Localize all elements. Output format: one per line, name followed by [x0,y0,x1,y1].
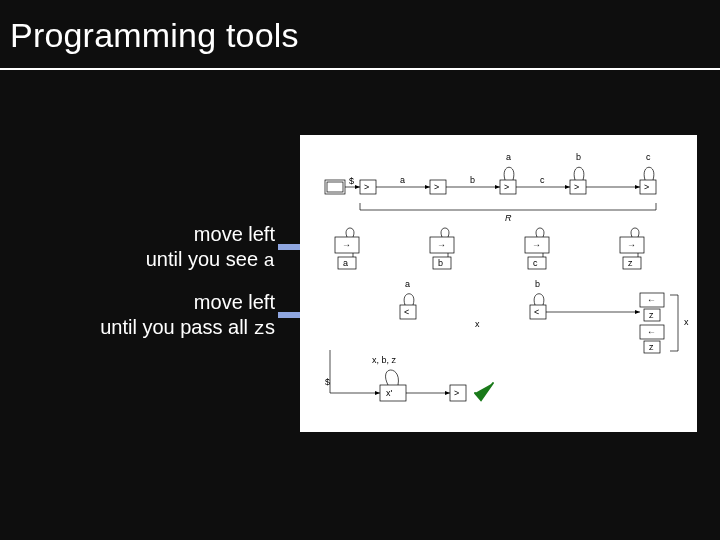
dollar: $ [325,377,330,387]
sym: < [534,307,539,317]
sym: > [504,182,509,192]
loop-xbz: x, b, z [372,355,397,365]
loop-b: b [576,152,581,162]
svg-marker-48 [445,391,450,395]
lbl-x-out: x [684,317,689,327]
z2: z [649,342,654,352]
mono-z: z [254,318,265,340]
row1: > > > > > $ a b c a b c [325,152,656,223]
lbl-c: c [540,175,545,185]
arw-l: ← [647,327,656,337]
caption-line: s [265,316,275,338]
check-icon [475,383,493,400]
sym: > [434,182,439,192]
lbl-a: a [400,175,405,185]
lbl-x: x [475,319,480,329]
state-diagram: > > > > > $ a b c a b c [300,135,697,432]
loop-b: b [535,279,540,289]
svg-marker-16 [635,185,640,189]
row4: $ x' x, b, z > [325,350,493,401]
sym: > [454,388,459,398]
loop-c: c [646,152,651,162]
svg-marker-45 [375,391,380,395]
caption-pass-zs: move left until you pass all zs [100,290,275,342]
diagram-svg: > > > > > $ a b c a b c [300,135,697,432]
arw: → [437,240,446,250]
slide: Programming tools move left until you se… [0,0,720,540]
sym: > [644,182,649,192]
arw: → [627,240,636,250]
svg-marker-14 [565,185,570,189]
box-b: b [438,258,443,268]
caption-see-a: move left until you see a [146,222,275,274]
dollar: $ [349,176,354,186]
arw: → [342,240,351,250]
loop-a: a [506,152,511,162]
caption-line: until you pass all [100,316,253,338]
caption-line: move left [194,223,275,245]
box-a: a [343,258,348,268]
svg-rect-46 [380,385,406,401]
mono-a: a [264,250,275,272]
svg-rect-1 [327,182,343,192]
svg-marker-39 [635,310,640,314]
caption-line: move left [194,291,275,313]
lbl-b: b [470,175,475,185]
lbl-R: R [505,213,512,223]
row2: → a → b → c → [335,228,644,269]
arw: → [532,240,541,250]
arw-l: ← [647,295,656,305]
sym: < [404,307,409,317]
svg-marker-8 [355,185,360,189]
loop-a: a [405,279,410,289]
sym: > [574,182,579,192]
title-rule [0,68,720,70]
z1: z [649,310,654,320]
row3: < a < b x ← z ← z x [400,279,689,353]
box-xp: x' [386,388,393,398]
box-z: z [628,258,633,268]
svg-marker-12 [495,185,500,189]
sym: > [364,182,369,192]
slide-title: Programming tools [10,16,299,55]
caption-line: until you see [146,248,264,270]
svg-marker-10 [425,185,430,189]
box-c: c [533,258,538,268]
